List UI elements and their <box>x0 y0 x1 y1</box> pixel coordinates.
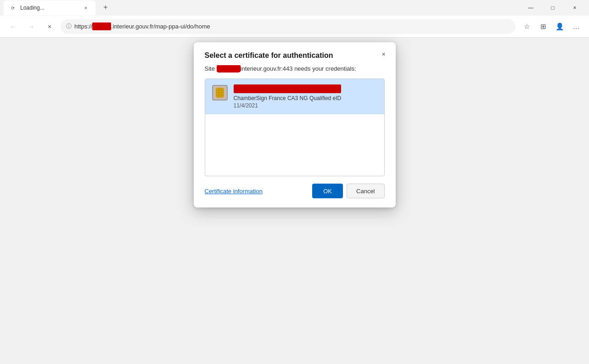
modal-title: Select a certificate for authentication <box>205 51 385 60</box>
profile-icon[interactable]: 👤 <box>552 19 567 34</box>
smartcard-icon <box>212 84 228 101</box>
address-text: https://████.interieur.gouv.fr/map-ppa-u… <box>74 22 210 30</box>
close-button[interactable]: × <box>564 0 585 16</box>
modal-footer: Certificate information OK Cancel <box>205 184 385 198</box>
address-redacted: ████ <box>92 22 111 30</box>
window-controls: — □ × <box>520 0 585 16</box>
forward-button[interactable]: → <box>24 19 39 34</box>
new-tab-button[interactable]: + <box>99 1 112 14</box>
certificate-item[interactable]: ████████████ ChamberSign France CA3 NG Q… <box>205 79 384 114</box>
browser-tab[interactable]: ⟳ Loading... × <box>4 0 95 15</box>
certificate-modal: × Select a certificate for authenticatio… <box>194 42 396 207</box>
modal-overlay: × Select a certificate for authenticatio… <box>0 38 589 364</box>
collections-icon[interactable]: ⊞ <box>536 19 550 34</box>
maximize-button[interactable]: □ <box>542 0 563 16</box>
site-redacted: █████ <box>217 65 241 72</box>
cert-name-redacted: ████████████ <box>234 84 342 93</box>
tab-favicon: ⟳ <box>9 4 17 11</box>
minimize-button[interactable]: — <box>520 0 541 16</box>
footer-buttons: OK Cancel <box>312 184 384 198</box>
page-content: × Select a certificate for authenticatio… <box>0 38 589 364</box>
more-menu-button[interactable]: … <box>569 19 583 34</box>
certificate-information-link[interactable]: Certificate information <box>205 188 263 195</box>
address-info-icon: ⓘ <box>66 22 72 30</box>
browser-frame: ⟳ Loading... × + — □ × ← → × ⓘ https://█… <box>0 0 589 364</box>
modal-close-button[interactable]: × <box>377 48 390 61</box>
cancel-button[interactable]: Cancel <box>347 184 384 198</box>
certificate-details: ████████████ ChamberSign France CA3 NG Q… <box>234 84 342 109</box>
cert-issuer: ChamberSign France CA3 NG Qualified eID <box>234 95 342 101</box>
back-button[interactable]: ← <box>6 19 20 34</box>
address-bar[interactable]: ⓘ https://████.interieur.gouv.fr/map-ppa… <box>61 19 516 34</box>
tab-title: Loading... <box>20 5 78 11</box>
tab-close-button[interactable]: × <box>82 4 90 12</box>
title-bar: ⟳ Loading... × + — □ × <box>0 0 589 16</box>
nav-bar: ← → × ⓘ https://████.interieur.gouv.fr/m… <box>0 16 589 38</box>
modal-subtitle: Site █████interieur.gouv.fr:443 needs yo… <box>205 65 385 72</box>
favorites-icon[interactable]: ☆ <box>519 19 534 34</box>
stop-reload-button[interactable]: × <box>42 19 57 34</box>
toolbar-icons: ☆ ⊞ 👤 … <box>519 19 583 34</box>
certificate-list[interactable]: ████████████ ChamberSign France CA3 NG Q… <box>205 78 385 176</box>
ok-button[interactable]: OK <box>312 184 343 198</box>
cert-date: 11/4/2021 <box>234 102 342 109</box>
